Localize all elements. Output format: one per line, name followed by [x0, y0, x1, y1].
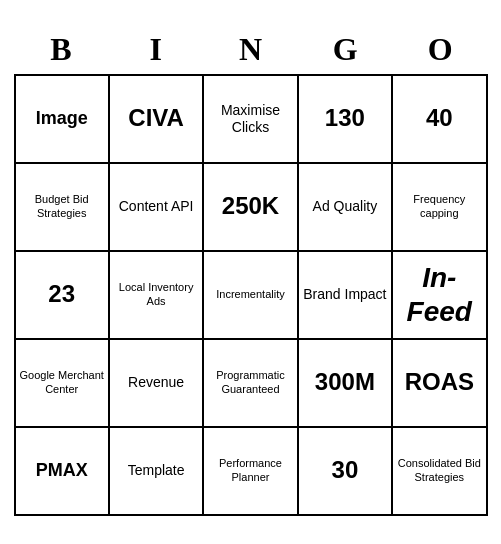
- header-letter: G: [298, 29, 393, 70]
- bingo-cell: Google Merchant Center: [16, 340, 110, 428]
- bingo-cell: 300M: [299, 340, 393, 428]
- bingo-cell: Ad Quality: [299, 164, 393, 252]
- bingo-card: BINGO ImageCIVAMaximise Clicks13040Budge…: [6, 21, 496, 524]
- bingo-cell: Performance Planner: [204, 428, 298, 516]
- bingo-cell: Maximise Clicks: [204, 76, 298, 164]
- bingo-cell: Incrementality: [204, 252, 298, 340]
- bingo-cell: Brand Impact: [299, 252, 393, 340]
- bingo-cell: PMAX: [16, 428, 110, 516]
- bingo-cell: CIVA: [110, 76, 204, 164]
- bingo-cell: Programmatic Guaranteed: [204, 340, 298, 428]
- header-letter: O: [393, 29, 488, 70]
- bingo-cell: Content API: [110, 164, 204, 252]
- bingo-grid: ImageCIVAMaximise Clicks13040Budget Bid …: [14, 74, 488, 516]
- bingo-cell: 40: [393, 76, 487, 164]
- header-letter: I: [108, 29, 203, 70]
- bingo-cell: Consolidated Bid Strategies: [393, 428, 487, 516]
- bingo-cell: Image: [16, 76, 110, 164]
- bingo-cell: 250K: [204, 164, 298, 252]
- bingo-cell: Frequency capping: [393, 164, 487, 252]
- bingo-cell: Budget Bid Strategies: [16, 164, 110, 252]
- bingo-cell: ROAS: [393, 340, 487, 428]
- bingo-cell: Local Inventory Ads: [110, 252, 204, 340]
- bingo-cell: Template: [110, 428, 204, 516]
- bingo-header: BINGO: [14, 29, 488, 70]
- bingo-cell: 30: [299, 428, 393, 516]
- bingo-cell: Revenue: [110, 340, 204, 428]
- header-letter: B: [14, 29, 109, 70]
- header-letter: N: [203, 29, 298, 70]
- bingo-cell: 23: [16, 252, 110, 340]
- bingo-cell: 130: [299, 76, 393, 164]
- bingo-cell: In-Feed: [393, 252, 487, 340]
